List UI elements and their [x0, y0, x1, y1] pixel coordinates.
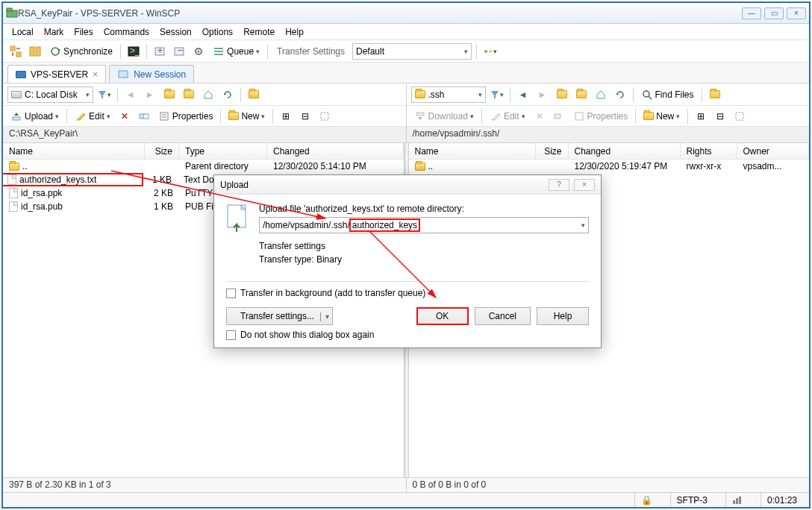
tab-close-icon[interactable]: ×	[93, 69, 98, 80]
right-fwd-icon[interactable]: ►	[534, 86, 551, 103]
left-up-icon[interactable]	[161, 86, 178, 103]
right-home-icon[interactable]	[593, 86, 609, 103]
right-actionbar: Download Edit ✕ Properties New ⊞ ⊟	[406, 106, 810, 127]
table-row[interactable]: ..12/30/2020 5:19:47 PMrwxr-xr-xvpsadm..…	[409, 160, 810, 173]
right-bookmark-icon[interactable]	[707, 86, 723, 103]
remove-icon[interactable]: –	[171, 43, 187, 60]
svg-rect-4	[30, 47, 34, 56]
left-path[interactable]: C:\RSA_KeyPair\	[3, 127, 406, 143]
maximize-button[interactable]: ▭	[764, 7, 784, 19]
menu-local[interactable]: Local	[7, 25, 38, 39]
col-size[interactable]: Size	[145, 143, 179, 159]
svg-point-18	[489, 50, 492, 53]
drive-icon	[11, 91, 22, 98]
sync-browse-icon[interactable]	[7, 43, 24, 60]
misc-dropdown[interactable]	[481, 43, 498, 60]
gear-icon[interactable]	[190, 43, 207, 60]
left-filter-icon[interactable]	[96, 86, 113, 103]
left-plus-icon[interactable]: ⊞	[278, 108, 294, 125]
left-bookmark-icon[interactable]	[246, 86, 262, 103]
app-icon	[6, 7, 18, 19]
right-properties-button[interactable]: Properties	[570, 109, 631, 124]
col-name-r[interactable]: Name	[409, 143, 536, 159]
left-drive-combo[interactable]: C: Local Disk	[7, 86, 93, 103]
left-properties-button[interactable]: Properties	[155, 109, 216, 124]
noshow-checkbox[interactable]: Do not show this dialog box again	[226, 330, 589, 340]
right-plus-icon[interactable]: ⊞	[693, 108, 709, 125]
file-name: id_rsa.ppk	[21, 188, 62, 198]
left-edit-button[interactable]: Edit	[72, 109, 113, 124]
help-button[interactable]: Help	[537, 307, 589, 325]
left-delete-icon[interactable]: ✕	[116, 108, 133, 125]
left-refresh-icon[interactable]	[219, 86, 236, 103]
transfer-preset-combo[interactable]: Default	[352, 43, 472, 60]
right-back-icon[interactable]: ◄	[515, 86, 531, 103]
right-minus-icon[interactable]: ⊟	[712, 108, 728, 125]
menu-session[interactable]: Session	[155, 25, 196, 39]
right-path[interactable]: /home/vpsadmin/.ssh/	[406, 127, 810, 143]
svg-point-20	[643, 91, 649, 97]
find-files-button[interactable]: Find Files	[638, 87, 697, 102]
left-fwd-icon[interactable]: ►	[142, 86, 158, 103]
console-icon[interactable]: >_	[125, 43, 142, 60]
svg-rect-2	[10, 46, 15, 51]
right-root-icon[interactable]	[573, 86, 590, 103]
right-rename-icon[interactable]	[551, 108, 567, 125]
background-checkbox[interactable]: Transfer in background (add to transfer …	[226, 288, 589, 298]
left-back-icon[interactable]: ◄	[122, 86, 139, 103]
add-icon[interactable]: +	[152, 43, 168, 60]
tab-new-session[interactable]: New Session	[109, 65, 194, 83]
path-highlight: authorized_keys	[349, 218, 420, 232]
remote-path-input[interactable]: /home/vpsadmin/.ssh/authorized_keys	[259, 217, 589, 233]
col-rights-r[interactable]: Rights	[681, 143, 737, 159]
synchronize-button[interactable]: Synchronize	[46, 44, 116, 59]
col-owner-r[interactable]: Owner	[737, 143, 810, 159]
cancel-button[interactable]: Cancel	[475, 307, 531, 325]
dialog-help-icon[interactable]: ?	[549, 179, 569, 191]
col-changed-r[interactable]: Changed	[569, 143, 681, 159]
left-minus-icon[interactable]: ⊟	[297, 108, 313, 125]
stats-icon[interactable]	[725, 493, 749, 507]
left-root-icon[interactable]	[181, 86, 197, 103]
right-new-button[interactable]: New	[640, 110, 683, 123]
col-size-r[interactable]: Size	[536, 143, 569, 159]
app-window: RSA_KeyPair - VPS-SERVER - WinSCP — ▭ × …	[1, 1, 811, 509]
col-changed[interactable]: Changed	[267, 143, 404, 159]
menu-commands[interactable]: Commands	[99, 25, 154, 39]
close-button[interactable]: ×	[787, 7, 806, 19]
minimize-button[interactable]: —	[742, 7, 761, 19]
file-icon	[9, 201, 18, 212]
left-rename-icon[interactable]	[136, 108, 152, 125]
svg-rect-34	[736, 498, 738, 504]
compare-icon[interactable]	[27, 43, 43, 60]
menu-help[interactable]: Help	[281, 25, 308, 39]
file-icon	[9, 188, 18, 198]
elapsed-time: 0:01:23	[761, 493, 803, 507]
ok-button[interactable]: OK	[416, 307, 469, 325]
right-drive-combo[interactable]: .ssh	[411, 86, 486, 103]
tab-active-session[interactable]: VPS-SERVER ×	[7, 65, 106, 83]
right-refresh-icon[interactable]	[612, 86, 628, 103]
queue-dropdown[interactable]: Queue	[210, 44, 263, 59]
menu-options[interactable]: Options	[198, 25, 237, 39]
col-type[interactable]: Type	[179, 143, 267, 159]
right-up-icon[interactable]	[554, 86, 570, 103]
transfer-settings-button[interactable]: Transfer settings...	[226, 307, 333, 325]
menu-remote[interactable]: Remote	[239, 25, 279, 39]
upload-button[interactable]: Upload	[7, 109, 62, 124]
menu-files[interactable]: Files	[69, 25, 97, 39]
dialog-close-icon[interactable]: ×	[574, 179, 595, 191]
left-home-icon[interactable]	[200, 86, 216, 103]
col-name[interactable]: Name	[3, 143, 145, 159]
left-sel-icon[interactable]	[316, 108, 333, 125]
right-sel-icon[interactable]	[731, 108, 748, 125]
right-filter-icon[interactable]	[489, 86, 505, 103]
table-row[interactable]: ..Parent directory12/30/2020 5:14:10 PM	[3, 160, 404, 173]
right-delete-icon[interactable]: ✕	[531, 108, 548, 125]
menu-mark[interactable]: Mark	[40, 25, 69, 39]
svg-text:>_: >_	[130, 45, 140, 56]
left-new-button[interactable]: New	[225, 110, 268, 123]
right-edit-button[interactable]: Edit	[487, 109, 528, 124]
folder-icon	[415, 163, 425, 171]
download-button[interactable]: Download	[411, 109, 477, 124]
